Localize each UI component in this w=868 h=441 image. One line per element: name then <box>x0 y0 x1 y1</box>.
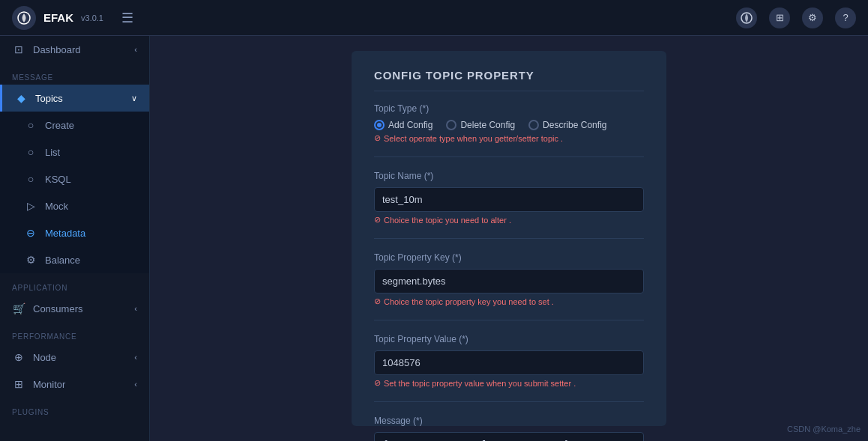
sidebar-item-metadata[interactable]: ⊖ Metadata <box>0 219 149 246</box>
section-label-application: APPLICATION <box>0 273 149 295</box>
topics-arrow: ∨ <box>131 94 137 103</box>
sidebar-item-topics[interactable]: ◆ Topics ∨ <box>0 85 149 112</box>
config-title: CONFIG TOPIC PROPERTY <box>374 69 644 91</box>
topics-submenu: ○ Create ○ List ○ KSQL ▷ Mock ⊖ Metadata… <box>0 112 149 273</box>
topic-name-input[interactable] <box>374 187 644 212</box>
radio-describe-config-label: Describe Config <box>543 120 606 130</box>
radio-add-config[interactable]: Add Config <box>374 120 433 130</box>
message-label: Message (*) <box>374 416 644 426</box>
message-textarea[interactable] <box>374 432 644 441</box>
topic-property-value-input[interactable] <box>374 350 644 375</box>
form-group-topic-type: Topic Type (*) Add Config Delete Config … <box>374 103 644 143</box>
dashboard-icon: ⊡ <box>12 43 25 55</box>
topnav-right: ⊞ ⚙ ? <box>736 7 856 28</box>
sidebar-item-monitor[interactable]: ⊞ Monitor ‹ <box>0 371 149 398</box>
monitor-arrow: ‹ <box>134 380 137 389</box>
topic-property-key-hint: ⊘ Choice the topic property key you need… <box>374 296 644 306</box>
topic-property-key-input[interactable] <box>374 269 644 294</box>
radio-delete-config-label: Delete Config <box>460 120 515 130</box>
node-arrow: ‹ <box>134 353 137 362</box>
sidebar-item-mock[interactable]: ▷ Mock <box>0 192 149 219</box>
form-group-topic-name: Topic Name (*) ⊘ Choice the topic you ne… <box>374 171 644 225</box>
divider-2 <box>374 238 644 239</box>
section-label-plugins: PLUGINS <box>0 398 149 419</box>
layout: ⊡ Dashboard ‹ MESSAGE ◆ Topics ∨ ○ Creat… <box>0 36 868 441</box>
topic-name-hint: ⊘ Choice the topic you need to alter . <box>374 215 644 225</box>
consumers-icon: 🛒 <box>12 302 25 314</box>
divider-4 <box>374 401 644 402</box>
hint-icon-4: ⊘ <box>374 378 381 388</box>
settings-icon-btn[interactable]: ⚙ <box>802 7 823 28</box>
section-label-message: MESSAGE <box>0 63 149 85</box>
hint-icon-3: ⊘ <box>374 296 381 306</box>
consumers-arrow: ‹ <box>134 304 137 313</box>
dashboard-arrow: ‹ <box>134 45 137 54</box>
sidebar-item-ksql[interactable]: ○ KSQL <box>0 165 149 192</box>
form-group-message: Message (*) <box>374 416 644 441</box>
topic-name-label: Topic Name (*) <box>374 171 644 181</box>
topnav: EFAK v3.0.1 ☰ ⊞ ⚙ ? <box>0 0 868 36</box>
hamburger-button[interactable]: ☰ <box>121 10 133 26</box>
sidebar-item-dashboard[interactable]: ⊡ Dashboard ‹ <box>0 36 149 63</box>
topnav-left: EFAK v3.0.1 ☰ <box>12 6 133 30</box>
topic-property-key-label: Topic Property Key (*) <box>374 252 644 263</box>
sidebar-item-node[interactable]: ⊕ Node ‹ <box>0 344 149 371</box>
topic-type-label: Topic Type (*) <box>374 103 644 114</box>
logo-icon-btn[interactable] <box>736 7 757 28</box>
sidebar-item-balance[interactable]: ⚙ Balance <box>0 246 149 273</box>
radio-delete-config-circle <box>446 120 456 130</box>
topic-property-value-label: Topic Property Value (*) <box>374 334 644 344</box>
metadata-icon: ⊖ <box>24 227 37 239</box>
config-panel: CONFIG TOPIC PROPERTY Topic Type (*) Add… <box>352 51 666 426</box>
help-icon-btn[interactable]: ? <box>835 7 856 28</box>
radio-add-config-circle <box>374 120 385 130</box>
app-version: v3.0.1 <box>81 13 103 22</box>
app-name: EFAK <box>43 11 73 24</box>
sidebar: ⊡ Dashboard ‹ MESSAGE ◆ Topics ∨ ○ Creat… <box>0 36 150 441</box>
section-label-performance: PERFORMANCE <box>0 322 149 344</box>
form-group-topic-property-value: Topic Property Value (*) ⊘ Set the topic… <box>374 334 644 388</box>
divider-1 <box>374 156 644 157</box>
radio-group-topic-type: Add Config Delete Config Describe Config <box>374 120 644 130</box>
topics-icon: ◆ <box>14 92 28 104</box>
hint-icon: ⊘ <box>374 133 381 143</box>
hint-icon-2: ⊘ <box>374 215 381 225</box>
create-icon: ○ <box>24 119 37 131</box>
list-icon: ○ <box>24 146 37 158</box>
radio-describe-config[interactable]: Describe Config <box>528 120 606 130</box>
node-icon: ⊕ <box>12 351 25 363</box>
watermark: CSDN @Koma_zhe <box>787 425 861 434</box>
mock-icon: ▷ <box>24 200 37 212</box>
radio-add-config-label: Add Config <box>388 120 433 130</box>
radio-describe-config-circle <box>528 120 539 130</box>
topic-type-hint: ⊘ Select operate type when you getter/se… <box>374 133 644 143</box>
logo <box>12 6 36 30</box>
ksql-icon: ○ <box>24 173 37 185</box>
sidebar-item-consumers[interactable]: 🛒 Consumers ‹ <box>0 295 149 322</box>
sidebar-item-list[interactable]: ○ List <box>0 139 149 165</box>
divider-3 <box>374 320 644 320</box>
balance-icon: ⚙ <box>24 254 37 266</box>
sidebar-item-create[interactable]: ○ Create <box>0 112 149 139</box>
form-group-topic-property-key: Topic Property Key (*) ⊘ Choice the topi… <box>374 252 644 306</box>
monitor-icon: ⊞ <box>12 378 25 390</box>
radio-delete-config[interactable]: Delete Config <box>446 120 515 130</box>
grid-icon-btn[interactable]: ⊞ <box>769 7 790 28</box>
topic-property-value-hint: ⊘ Set the topic property value when you … <box>374 378 644 388</box>
main-content: CONFIG TOPIC PROPERTY Topic Type (*) Add… <box>150 36 868 441</box>
